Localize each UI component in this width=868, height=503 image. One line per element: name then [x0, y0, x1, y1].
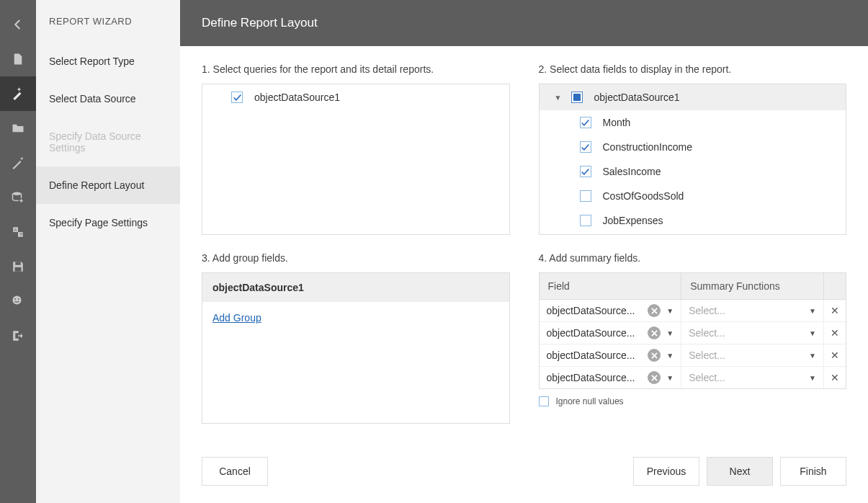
svg-point-0 — [13, 192, 22, 196]
summary-func-cell[interactable]: Select... ▼ — [681, 367, 824, 388]
field-checkbox[interactable] — [580, 141, 591, 153]
field-row[interactable]: CostOfGoodsSold — [540, 184, 846, 208]
x-icon: ✕ — [831, 372, 839, 383]
check-icon — [581, 167, 590, 177]
wizard-step-select-report-type[interactable]: Select Report Type — [36, 43, 180, 80]
tree-root[interactable]: ▼ objectDataSource1 — [540, 84, 846, 110]
col-field-header: Field — [540, 273, 682, 299]
svg-point-8 — [18, 298, 19, 300]
field-row[interactable]: ConstructionIncome — [540, 135, 846, 159]
rail-wand[interactable] — [0, 146, 36, 180]
chevron-down-icon[interactable]: ▼ — [554, 94, 563, 102]
summary-header: Field Summary Functions — [539, 272, 847, 299]
summary-field-value: objectDataSource... — [547, 327, 644, 339]
clear-field-button[interactable] — [648, 371, 661, 384]
col-remove-header — [824, 273, 846, 299]
chevron-down-icon[interactable]: ▼ — [666, 374, 674, 382]
summary-func-cell[interactable]: Select... ▼ — [681, 300, 824, 321]
queries-list: objectDataSource1 — [202, 84, 510, 235]
field-checkbox[interactable] — [580, 166, 591, 177]
rail-back[interactable] — [0, 7, 36, 42]
summary-row: objectDataSource... ▼ Select... ▼ ✕ — [540, 299, 846, 321]
section-fields: 2. Select data fields to display in the … — [539, 63, 847, 235]
field-label: JobExpenses — [603, 215, 663, 226]
section1-label: 1. Select queries for the report and its… — [202, 63, 510, 75]
group-heading: objectDataSource1 — [202, 273, 509, 302]
chevron-down-icon[interactable]: ▼ — [666, 307, 674, 315]
wizard-step-select-data-source[interactable]: Select Data Source — [36, 80, 180, 117]
wizard-footer: Cancel Previous Next Finish — [180, 440, 868, 503]
finish-button[interactable]: Finish — [780, 457, 846, 486]
field-checkbox[interactable] — [580, 190, 591, 202]
previous-button[interactable]: Previous — [633, 457, 699, 486]
query-row[interactable]: objectDataSource1 — [202, 84, 509, 110]
main-panel: Define Report Layout 1. Select queries f… — [180, 0, 868, 503]
tree-root-label: objectDataSource1 — [594, 92, 680, 103]
svg-point-7 — [14, 298, 16, 300]
summary-row: objectDataSource... ▼ Select... ▼ ✕ — [540, 321, 846, 344]
rail-document[interactable] — [0, 42, 36, 76]
chevron-down-icon[interactable]: ▼ — [666, 329, 674, 337]
clear-field-button[interactable] — [648, 326, 661, 339]
summary-field-cell[interactable]: objectDataSource... ▼ — [540, 300, 682, 321]
summary-func-cell[interactable]: Select... ▼ — [681, 344, 824, 366]
field-row[interactable]: Month — [540, 110, 846, 135]
chevron-down-icon[interactable]: ▼ — [809, 374, 816, 382]
section2-label: 2. Select data fields to display in the … — [539, 63, 847, 75]
x-icon — [651, 352, 658, 359]
next-button[interactable]: Next — [707, 457, 773, 486]
chevron-down-icon[interactable]: ▼ — [809, 307, 816, 315]
summary-field-value: objectDataSource... — [547, 350, 644, 361]
rail-wizard[interactable] — [0, 76, 36, 111]
wizard-step-specify-ds-settings: Specify Data Source Settings — [36, 117, 180, 166]
ignore-null-row[interactable]: Ignore null values — [539, 396, 847, 406]
x-icon: ✕ — [831, 305, 839, 316]
chevron-down-icon[interactable]: ▼ — [809, 352, 816, 360]
rail-save[interactable] — [0, 249, 36, 284]
svg-text:A: A — [14, 228, 17, 232]
summary-func-placeholder: Select... — [689, 327, 803, 339]
cancel-button[interactable]: Cancel — [202, 457, 268, 486]
page-title: Define Report Layout — [180, 0, 868, 46]
rail-translate[interactable]: A字 — [0, 215, 36, 249]
add-group-link[interactable]: Add Group — [212, 312, 261, 324]
wizard-step-define-report-layout[interactable]: Define Report Layout — [36, 166, 180, 204]
field-checkbox[interactable] — [580, 215, 591, 226]
summary-field-cell[interactable]: objectDataSource... ▼ — [540, 322, 682, 344]
rail-db-add[interactable] — [0, 180, 36, 215]
summary-remove-cell[interactable]: ✕ — [824, 367, 846, 388]
wizard-step-specify-page-settings[interactable]: Specify Page Settings — [36, 204, 180, 241]
rail-emoji[interactable] — [0, 284, 36, 319]
clear-field-button[interactable] — [648, 349, 661, 362]
rail-exit[interactable] — [0, 319, 36, 353]
chevron-down-icon[interactable]: ▼ — [666, 352, 674, 360]
col-func-header: Summary Functions — [681, 273, 824, 299]
summary-func-cell[interactable]: Select... ▼ — [681, 322, 824, 344]
rail-folder[interactable] — [0, 111, 36, 146]
section4-label: 4. Add summary fields. — [539, 252, 847, 264]
clear-field-button[interactable] — [648, 304, 661, 317]
ignore-null-label: Ignore null values — [556, 396, 624, 406]
query-checkbox[interactable] — [231, 92, 243, 103]
summary-remove-cell[interactable]: ✕ — [824, 344, 846, 366]
summary-field-cell[interactable]: objectDataSource... ▼ — [540, 367, 682, 388]
wizard-nav: REPORT WIZARD Select Report Type Select … — [36, 0, 180, 503]
section3-label: 3. Add group fields. — [202, 252, 510, 264]
ignore-null-checkbox[interactable] — [539, 396, 549, 406]
field-row[interactable]: SalesIncome — [540, 159, 846, 184]
tree-children: Month ConstructionIncome SalesIncome — [540, 110, 846, 233]
emoji-icon — [12, 295, 24, 308]
tree-root-checkbox[interactable] — [571, 92, 583, 103]
section-summary: 4. Add summary fields. Field Summary Fun… — [539, 252, 847, 424]
chevron-down-icon[interactable]: ▼ — [809, 329, 816, 337]
summary-func-placeholder: Select... — [689, 372, 803, 383]
chevron-left-icon — [12, 18, 24, 31]
summary-field-value: objectDataSource... — [547, 372, 644, 383]
summary-field-cell[interactable]: objectDataSource... ▼ — [540, 344, 682, 366]
summary-remove-cell[interactable]: ✕ — [824, 322, 846, 344]
x-icon: ✕ — [831, 327, 839, 339]
field-checkbox[interactable] — [580, 117, 591, 128]
translate-icon: A字 — [12, 226, 24, 239]
summary-remove-cell[interactable]: ✕ — [824, 300, 846, 321]
field-row[interactable]: JobExpenses — [540, 208, 846, 233]
